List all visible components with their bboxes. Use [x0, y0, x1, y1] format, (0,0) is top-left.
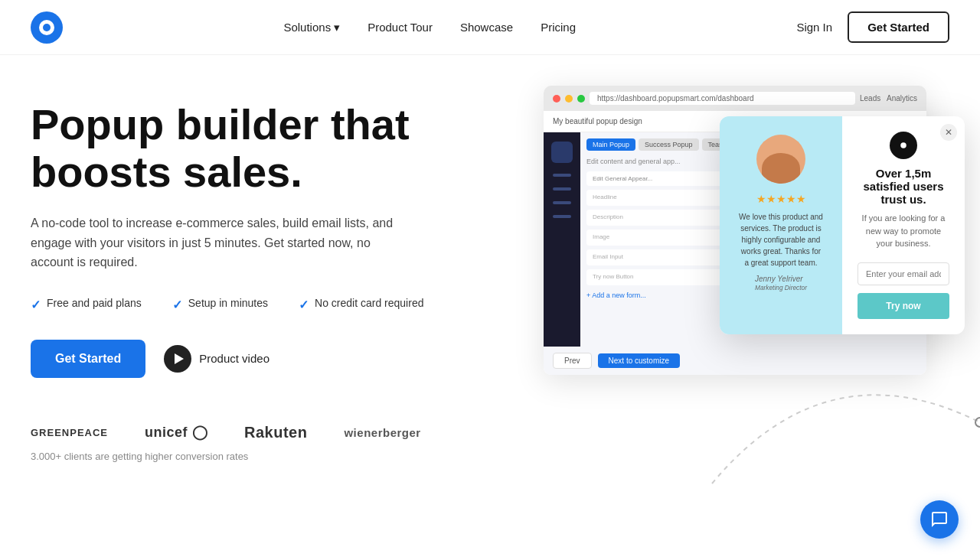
tab-main-popup[interactable]: Main Popup	[586, 138, 635, 151]
checkmark-icon: ✓	[31, 298, 41, 312]
popup-close-button[interactable]: ✕	[940, 124, 957, 141]
logos-row: GREENPEACE unicef ◯ Rakuten wienerberger	[31, 424, 459, 441]
popup-title: Over 1,5m satisfied users trust us.	[858, 167, 949, 206]
tab-success-popup[interactable]: Success Popup	[639, 138, 699, 151]
rakuten-logo: Rakuten	[244, 424, 307, 441]
browser-dot-red	[553, 95, 560, 103]
hero-section: Popup builder that boosts sales. A no-co…	[0, 55, 980, 493]
svg-point-3	[975, 418, 980, 427]
svg-point-2	[900, 142, 906, 148]
browser-bottom: Prev Next to customize	[544, 347, 926, 375]
hero-get-started-button[interactable]: Get Started	[31, 340, 145, 378]
check-free-plans: ✓ Free and paid plans	[31, 297, 142, 312]
wienerberger-logo: wienerberger	[344, 426, 420, 439]
popup-review-section: ★★★★★ We love this product and services.…	[720, 116, 842, 334]
reviewer-name: Jenny YelriverMarketing Director	[755, 275, 807, 291]
sidebar-item-4	[553, 215, 571, 218]
browser-bar: https://dashboard.popupsmart.com/dashboa…	[544, 86, 926, 111]
reviewer-avatar	[756, 135, 805, 184]
browser-meta: Leads Analytics	[860, 94, 917, 103]
logos-section: GREENPEACE unicef ◯ Rakuten wienerberger…	[31, 424, 459, 462]
checkmark-icon: ✓	[299, 298, 309, 312]
popup-body: ★★★★★ We love this product and services.…	[720, 116, 965, 334]
browser-dot-green	[577, 95, 585, 103]
hero-checks: ✓ Free and paid plans ✓ Setup in minutes…	[31, 297, 459, 312]
logo-svg	[38, 18, 56, 37]
nav-get-started-button[interactable]: Get Started	[848, 11, 949, 43]
check-setup: ✓ Setup in minutes	[172, 297, 268, 312]
popup-try-button[interactable]: Try now	[858, 293, 949, 319]
sign-in-link[interactable]: Sign In	[796, 21, 832, 34]
nav-links: Solutions ▾ Product Tour Showcase Pricin…	[283, 21, 576, 34]
hero-left: Popup builder that boosts sales. A no-co…	[31, 101, 459, 462]
next-button[interactable]: Next to customize	[598, 353, 680, 368]
svg-point-1	[43, 24, 51, 31]
review-text: We love this product and services. The p…	[738, 211, 824, 269]
logo[interactable]	[31, 11, 63, 44]
product-video-button[interactable]: Product video	[164, 345, 270, 373]
logo-icon	[31, 11, 63, 44]
greenpeace-logo: GREENPEACE	[31, 427, 108, 438]
sidebar-item-3	[553, 201, 571, 204]
popup-brand-logo	[890, 132, 917, 159]
check-no-credit: ✓ No credit card required	[299, 297, 423, 312]
nav-actions: Sign In Get Started	[796, 11, 949, 43]
chevron-down-icon: ▾	[334, 21, 340, 34]
unicef-logo: unicef ◯	[145, 424, 207, 441]
sidebar-item-1	[553, 174, 571, 177]
popup-cta-section: Over 1,5m satisfied users trust us. If y…	[842, 116, 965, 334]
youtube-icon	[164, 345, 191, 373]
sidebar-item-2	[553, 187, 571, 190]
hero-ctas: Get Started Product video	[31, 340, 459, 378]
checkmark-icon: ✓	[172, 298, 182, 312]
star-rating: ★★★★★	[756, 193, 806, 205]
popup-overlay: ✕ ★★★★★ We love this product and service…	[720, 116, 965, 334]
prev-button[interactable]: Prev	[553, 353, 592, 369]
dashboard-sidebar	[544, 132, 580, 347]
browser-dot-yellow	[565, 95, 573, 103]
hero-right: https://dashboard.popupsmart.com/dashboa…	[521, 86, 949, 407]
browser-url: https://dashboard.popupsmart.com/dashboa…	[590, 92, 855, 105]
popup-logo-row	[858, 132, 949, 159]
hero-title: Popup builder that boosts sales.	[31, 101, 459, 195]
logos-caption: 3.000+ clients are getting higher conver…	[31, 451, 459, 462]
popup-logo-svg	[897, 138, 910, 152]
navbar: Solutions ▾ Product Tour Showcase Pricin…	[0, 0, 980, 55]
popup-email-input[interactable]	[858, 262, 949, 285]
popup-description: If you are looking for a new way to prom…	[858, 212, 949, 250]
nav-pricing[interactable]: Pricing	[541, 21, 576, 34]
sidebar-logo	[551, 142, 573, 163]
nav-showcase[interactable]: Showcase	[460, 21, 513, 34]
nav-product-tour[interactable]: Product Tour	[368, 21, 433, 34]
hero-subtitle: A no-code tool to increase e-commerce sa…	[31, 213, 398, 272]
nav-solutions[interactable]: Solutions ▾	[283, 21, 340, 34]
